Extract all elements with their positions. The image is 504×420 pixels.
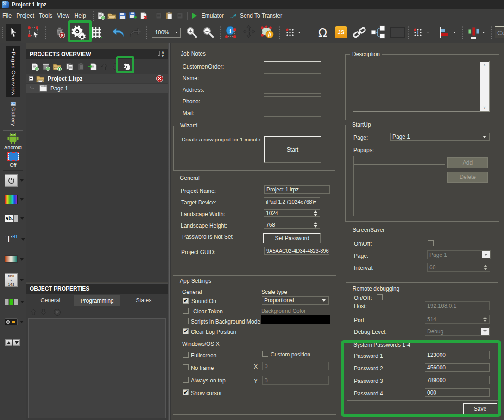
paste-icon[interactable]	[164, 11, 174, 20]
delete-project-icon[interactable]	[156, 75, 163, 82]
link-icon[interactable]	[351, 24, 368, 41]
chevron-down-icon[interactable]	[20, 258, 24, 261]
description-textarea[interactable]: ∧ ∨	[353, 61, 490, 112]
project-name-input[interactable]: Project 1.irpz	[264, 185, 330, 194]
send-transfer-button[interactable]: Send To Transfer	[240, 13, 282, 19]
address-input[interactable]	[264, 85, 321, 94]
scale-type-select[interactable]: Proportional	[262, 296, 329, 305]
align-icon[interactable]	[437, 24, 451, 41]
always-on-top-checkbox[interactable]	[183, 377, 189, 383]
chevron-down-icon[interactable]	[427, 32, 429, 33]
menu-view[interactable]: View	[55, 11, 72, 21]
chevron-down-icon[interactable]	[20, 217, 24, 220]
add-page-icon[interactable]	[30, 62, 40, 72]
scroll-down-icon[interactable]: ∨	[483, 104, 486, 111]
slider-tool[interactable]	[5, 318, 24, 325]
tab-gallery[interactable]: Gallery	[6, 100, 20, 128]
tab-pages-overview[interactable]: 19 Pages Overview	[6, 46, 20, 97]
spinner-arrows[interactable]	[314, 210, 317, 216]
close-project-icon[interactable]	[139, 11, 149, 20]
y-input[interactable]: 0	[262, 376, 329, 385]
password-1-input[interactable]: 123000	[425, 351, 490, 359]
project-node-label[interactable]: Project 1.irpz	[48, 76, 82, 82]
undo-icon[interactable]	[111, 24, 126, 41]
add-folder-icon[interactable]	[52, 62, 62, 72]
spinner-arrows[interactable]	[314, 222, 317, 228]
startup-page-select[interactable]: Page 1	[390, 133, 490, 141]
project-properties-gear-icon[interactable]	[121, 62, 132, 72]
screensaver-onoff-checkbox[interactable]	[428, 240, 434, 246]
arrow-up-icon[interactable]	[5, 339, 12, 346]
clear-token-checkbox[interactable]	[183, 308, 189, 314]
gradient-tool[interactable]	[5, 255, 24, 263]
save-icon[interactable]	[118, 11, 127, 20]
popups-list[interactable]	[353, 156, 445, 216]
copy-page-icon[interactable]	[65, 62, 75, 72]
show-cursor-checkbox[interactable]	[183, 389, 189, 395]
emulator-button[interactable]: Emulator	[202, 13, 224, 19]
size-tool[interactable]: 660x148	[5, 273, 24, 287]
description-scrollbar[interactable]: ∧ ∨	[480, 62, 489, 111]
target-device-select[interactable]: iPad 1,2 (1024x768)	[264, 197, 320, 205]
menu-project[interactable]: Project	[14, 11, 37, 21]
states-tool[interactable]	[5, 299, 24, 305]
remote-onoff-checkbox[interactable]	[377, 294, 383, 300]
off-state-tool[interactable]	[7, 152, 19, 161]
project-scheme-icon[interactable]	[370, 24, 387, 41]
screensaver-interval-stepper[interactable]: 60	[427, 263, 490, 272]
android-tool[interactable]	[6, 133, 19, 145]
snap-grid-icon[interactable]	[283, 24, 297, 41]
phone-input[interactable]	[264, 96, 321, 105]
custom-position-checkbox[interactable]	[262, 351, 268, 357]
tab-states[interactable]: States	[120, 295, 167, 306]
menu-help[interactable]: Help	[72, 11, 88, 21]
object-info-icon[interactable]: i	[224, 24, 239, 41]
chevron-down-icon[interactable]	[20, 198, 24, 201]
page-node-label[interactable]: Page 1	[50, 85, 68, 92]
heading-tool[interactable]: T H1	[6, 235, 25, 244]
x-input[interactable]: 0	[262, 362, 329, 370]
password-3-input[interactable]: 789000	[425, 376, 490, 384]
landscape-height-stepper[interactable]: 768	[264, 221, 320, 229]
color-tool[interactable]	[5, 195, 24, 204]
send-transfer-icon[interactable]	[228, 11, 238, 20]
select-tool-button[interactable]	[6, 24, 21, 41]
menu-tools[interactable]: Tools	[37, 11, 55, 21]
chevron-down-icon[interactable]	[20, 179, 24, 182]
password-4-input[interactable]: 000	[425, 388, 490, 397]
name-input[interactable]	[264, 73, 321, 82]
debug-level-select[interactable]: Debug	[425, 327, 490, 336]
tree-expander-icon[interactable]	[29, 76, 33, 81]
add-popup-icon[interactable]	[41, 62, 51, 72]
new-project-icon[interactable]	[96, 11, 106, 20]
sort-az-icon[interactable]: AZ	[158, 51, 165, 58]
panel-splitter[interactable]	[168, 43, 171, 420]
no-frame-checkbox[interactable]	[183, 364, 189, 370]
grid-icon[interactable]	[88, 24, 103, 41]
wizard-start-button[interactable]: Start	[264, 136, 321, 163]
text-tool[interactable]: ab.	[5, 215, 24, 222]
js-script-icon[interactable]: JS	[333, 24, 349, 41]
popups-add-button[interactable]: Add	[447, 157, 488, 168]
chevron-down-icon[interactable]	[453, 32, 456, 33]
background-color-swatch[interactable]	[261, 315, 330, 324]
zoom-level-select[interactable]: 100%	[152, 28, 181, 38]
import-page-icon[interactable]	[87, 62, 97, 72]
mail-input[interactable]	[264, 108, 321, 117]
remote-host-input[interactable]: 192.168.0.1	[425, 301, 490, 310]
password-2-input[interactable]: 456000	[425, 363, 490, 372]
tree-row-page[interactable]: Page 1	[26, 84, 168, 93]
omega-icon[interactable]: Ω	[315, 24, 331, 41]
landscape-width-stepper[interactable]: 1024	[264, 209, 320, 217]
save-button[interactable]: Save	[463, 403, 497, 414]
tree-row-project[interactable]: Project 1.irpz	[26, 74, 168, 83]
autoname-icon[interactable]: A	[259, 24, 276, 41]
customer-order-input[interactable]	[264, 61, 321, 70]
zoom-in-icon[interactable]	[184, 24, 199, 41]
menu-file[interactable]: File	[0, 11, 14, 21]
tab-programming[interactable]: Programming	[74, 295, 121, 306]
partial-combo-box[interactable]: Co	[495, 26, 504, 38]
distribute-icon[interactable]	[466, 24, 480, 41]
fullscreen-checkbox[interactable]	[183, 352, 189, 358]
chevron-down-icon[interactable]	[21, 238, 25, 241]
